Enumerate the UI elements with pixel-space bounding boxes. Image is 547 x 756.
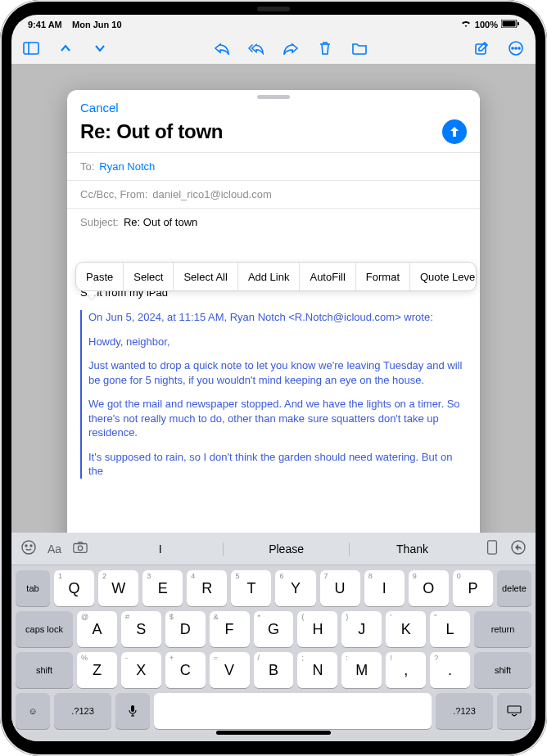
subject-field[interactable]: Subject: Re: Out of town (67, 208, 480, 236)
popover-tail (85, 291, 98, 299)
svg-rect-5 (476, 44, 486, 54)
popover-paste[interactable]: Paste (76, 263, 124, 290)
key-t[interactable]: 5T (231, 570, 271, 606)
suggestion-bar: Aa I Please Thank (11, 533, 536, 565)
quoted-reply: On Jun 5, 2024, at 11:15 AM, Ryan Notch … (80, 310, 467, 479)
key-p[interactable]: 0P (453, 570, 493, 606)
trash-icon[interactable] (317, 40, 333, 56)
forward-icon[interactable] (283, 40, 299, 56)
quote-body-2: We got the mail and newspaper stopped. A… (88, 397, 467, 440)
key-delete[interactable]: delete (497, 570, 531, 606)
popover-add-link[interactable]: Add Link (238, 263, 301, 290)
key-a[interactable]: @A (77, 611, 117, 647)
key-numsym-left[interactable]: .?123 (54, 693, 111, 729)
key-x[interactable]: -X (121, 652, 161, 688)
more-icon[interactable] (508, 40, 524, 56)
key-z[interactable]: %Z (77, 652, 117, 688)
popover-select[interactable]: Select (124, 263, 174, 290)
key-l[interactable]: "L (430, 611, 470, 647)
quote-meta: On Jun 5, 2024, at 11:15 AM, Ryan Notch … (88, 310, 467, 325)
sidebar-icon[interactable] (23, 40, 39, 56)
status-right: 100% (460, 20, 519, 29)
from-address: daniel_rico1@icloud.com (152, 188, 271, 200)
status-date: Mon Jun 10 (72, 20, 122, 29)
key-tab[interactable]: tab (16, 570, 50, 606)
quote-body-1: Just wanted to drop a quick note to let … (88, 358, 467, 387)
key-y[interactable]: 6Y (275, 570, 315, 606)
key-e[interactable]: 3E (142, 570, 183, 606)
svg-point-8 (515, 47, 517, 49)
reply-icon[interactable] (214, 40, 230, 56)
ccbcc-field[interactable]: Cc/Bcc, From: daniel_rico1@icloud.com (67, 180, 480, 208)
folder-icon[interactable] (351, 40, 368, 56)
svg-rect-3 (24, 43, 38, 54)
svg-rect-18 (508, 706, 521, 713)
popover-format[interactable]: Format (356, 263, 410, 290)
key-hide-keyboard[interactable] (497, 693, 531, 729)
camera-icon[interactable] (73, 540, 88, 558)
key-b[interactable]: /B (254, 652, 294, 688)
key-n[interactable]: ;N (297, 652, 337, 688)
home-indicator[interactable] (216, 731, 331, 735)
scan-icon[interactable] (485, 540, 500, 558)
popover-autofill[interactable]: AutoFill (300, 263, 355, 290)
key-j[interactable]: )J (341, 611, 382, 647)
quote-body-3: It's supposed to rain, so I don't think … (88, 450, 467, 479)
key-q[interactable]: 1Q (54, 570, 94, 606)
key-u[interactable]: 7U (320, 570, 360, 606)
key-shift-right[interactable]: shift (474, 652, 531, 688)
send-button[interactable] (442, 119, 467, 144)
status-bar: 9:41 AM Mon Jun 10 100% (11, 15, 536, 33)
suggestion-3[interactable]: Thank (349, 542, 475, 556)
status-left: 9:41 AM Mon Jun 10 (28, 20, 122, 29)
cancel-button[interactable]: Cancel (80, 101, 119, 115)
key-numsym-right[interactable]: .?123 (436, 693, 493, 729)
key-c[interactable]: +C (165, 652, 206, 688)
undo-icon[interactable] (511, 540, 526, 558)
key-r[interactable]: 4R (187, 570, 227, 606)
suggestion-2[interactable]: Please (223, 542, 349, 556)
key-space[interactable] (154, 693, 432, 729)
screen: 9:41 AM Mon Jun 10 100% (11, 15, 536, 741)
key-emoji[interactable]: ☺ (16, 693, 50, 729)
key-h[interactable]: (H (297, 611, 337, 647)
key-shift-left[interactable]: shift (16, 652, 73, 688)
key-rows: tab 1Q2W3E4R5T6Y7U8I9O0Pdelete caps lock… (11, 565, 536, 741)
battery-percent: 100% (475, 20, 498, 29)
suggestion-1[interactable]: I (97, 542, 223, 556)
sheet-grabber[interactable] (257, 95, 290, 99)
chevron-down-icon[interactable] (92, 40, 108, 56)
to-recipient[interactable]: Ryan Notch (99, 160, 155, 173)
key-i[interactable]: 8I (364, 570, 405, 606)
key-,[interactable]: !, (386, 652, 426, 688)
svg-point-14 (78, 546, 82, 550)
key-d[interactable]: $D (165, 611, 206, 647)
key-w[interactable]: 2W (98, 570, 138, 606)
key-g[interactable]: *G (254, 611, 294, 647)
key-capslock[interactable]: caps lock (16, 611, 73, 647)
svg-rect-13 (74, 543, 87, 552)
reply-all-icon[interactable] (248, 40, 264, 56)
popover-select-all[interactable]: Select All (174, 263, 237, 290)
key-dictation[interactable] (115, 693, 150, 729)
key-f[interactable]: &F (210, 611, 250, 647)
key-v[interactable]: =V (210, 652, 250, 688)
to-label: To: (80, 160, 94, 173)
key-return[interactable]: return (474, 611, 531, 647)
key-m[interactable]: :M (341, 652, 382, 688)
chevron-up-icon[interactable] (57, 40, 74, 56)
text-format-button[interactable]: Aa (47, 542, 61, 556)
key-.[interactable]: ?. (430, 652, 470, 688)
svg-rect-2 (518, 22, 519, 25)
key-k[interactable]: 'K (386, 611, 426, 647)
ccbcc-label: Cc/Bcc, From: (80, 188, 147, 200)
key-s[interactable]: #S (121, 611, 161, 647)
key-o[interactable]: 9O (409, 570, 449, 606)
status-time: 9:41 AM (28, 20, 62, 29)
compose-body[interactable]: Sent from my iPad On Jun 5, 2024, at 11:… (67, 278, 480, 557)
to-field[interactable]: To: Ryan Notch (67, 152, 480, 180)
edit-popover: Paste Select Select All Add Link AutoFil… (75, 262, 477, 291)
compose-icon[interactable] (473, 40, 490, 56)
sticker-icon[interactable] (21, 540, 36, 558)
popover-quote-level[interactable]: Quote Level (410, 263, 477, 290)
